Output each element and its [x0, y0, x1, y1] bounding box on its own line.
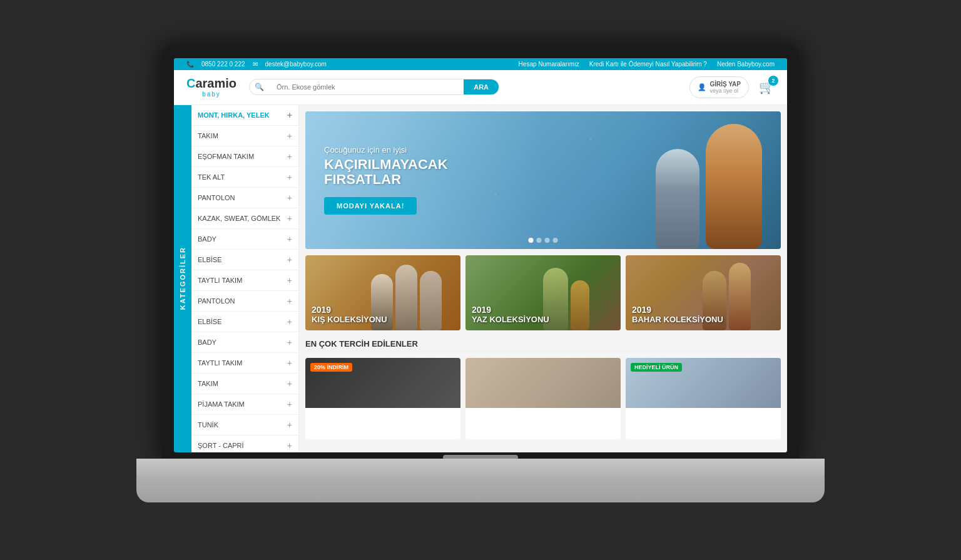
- sidebar-item-taytli1[interactable]: TAYTLI TAKIM +: [191, 270, 298, 291]
- sidebar-item-pijama[interactable]: PİJAMA TAKIM +: [191, 394, 298, 415]
- product-card-2[interactable]: [465, 358, 621, 439]
- laptop-frame: 📞 0850 222 0 222 ✉ destek@babyboy.com He…: [136, 46, 825, 515]
- collection-row: 2019 KIŞ KOLEKSİYONU: [305, 255, 781, 330]
- hero-kid-1: [656, 149, 699, 249]
- sidebar-item-sort-capri[interactable]: ŞORT - CAPRİ +: [191, 435, 298, 452]
- sidebar-items: MONT, HIRKA, YELEK + TAKIM + EŞOFMAN TAK…: [191, 105, 298, 452]
- top-bar-left: 📞 0850 222 0 222 ✉ destek@babyboy.com: [186, 61, 327, 68]
- product-card-1[interactable]: 20% İNDİRİM: [305, 358, 460, 439]
- login-text-group: GİRİŞ YAP veya üye ol: [710, 81, 741, 94]
- sidebar-item-plus-14: +: [287, 399, 292, 409]
- search-input[interactable]: [269, 79, 464, 94]
- sidebar-label-bar: KATEGORİLER: [174, 105, 191, 452]
- sidebar-item-takim[interactable]: TAKIM +: [191, 126, 298, 146]
- hero-dot-1[interactable]: [529, 238, 534, 243]
- sidebar-item-label-esofman: EŞOFMAN TAKIM: [198, 153, 254, 160]
- collection-label-yaz: 2019 YAZ KOLEKSİYONU: [472, 305, 549, 324]
- sidebar-item-tunik[interactable]: TUNİK +: [191, 415, 298, 435]
- collection-card-bahar[interactable]: 2019 BAHAR KOLEKSİYONU: [626, 255, 781, 330]
- sidebar-item-plus-9: +: [287, 296, 292, 306]
- sidebar-item-label-pantolon2: PANTOLON: [198, 297, 235, 305]
- sidebar-item-label-bady2: BADY: [198, 339, 216, 346]
- sidebar-item-mont[interactable]: MONT, HIRKA, YELEK +: [191, 105, 298, 126]
- hero-title-line1: KAÇIRILMAYACAK: [324, 157, 448, 172]
- cart-button[interactable]: 🛒 2: [759, 79, 775, 94]
- collection-year-bahar: 2019: [632, 305, 723, 315]
- sidebar-item-kazak[interactable]: KAZAK, SWEAT, GÖMLEK +: [191, 208, 298, 229]
- sidebar-item-plus-3: +: [287, 172, 292, 182]
- hero-dot-2[interactable]: [537, 238, 542, 243]
- hero-title-line2: FIRSATLAR: [324, 172, 448, 187]
- hero-cta-button[interactable]: MODAYI YAKALA!: [324, 197, 417, 215]
- collection-year-kis: 2019: [312, 305, 387, 315]
- sidebar-item-plus-15: +: [287, 420, 292, 430]
- sidebar-item-label-tunik: TUNİK: [198, 421, 218, 429]
- sidebar-item-plus-6: +: [287, 234, 292, 244]
- phone-number: 0850 222 0 222: [201, 61, 245, 68]
- sidebar-item-plus-10: +: [287, 317, 292, 327]
- hero-sub: Çocuğunuz için en iyisi: [324, 145, 448, 155]
- sidebar-item-plus-1: +: [287, 131, 292, 141]
- collection-year-yaz: 2019: [472, 305, 549, 315]
- sidebar-item-plus-2: +: [287, 151, 292, 161]
- product-badge-3: HEDİYELİ ÜRÜN: [631, 363, 682, 372]
- sidebar-item-label-kazak: KAZAK, SWEAT, GÖMLEK: [198, 215, 280, 222]
- sidebar-item-tekalt[interactable]: TEK ALT +: [191, 167, 298, 188]
- sidebar-item-label-taytli2: TAYTLI TAKIM: [198, 359, 242, 367]
- hero-dot-4[interactable]: [553, 238, 558, 243]
- screen-bezel: 📞 0850 222 0 222 ✉ destek@babyboy.com He…: [161, 46, 800, 459]
- topbar-link-3[interactable]: Neden Babyboy.com: [717, 61, 775, 68]
- cart-badge: 2: [768, 76, 778, 86]
- laptop-bottom: [136, 476, 825, 502]
- sidebar-item-bady1[interactable]: BADY +: [191, 229, 298, 250]
- search-icon: 🔍: [250, 83, 269, 91]
- website: 📞 0850 222 0 222 ✉ destek@babyboy.com He…: [174, 58, 787, 452]
- sidebar-item-plus-16: +: [287, 440, 292, 451]
- sidebar-item-elbise2[interactable]: ELBİSE +: [191, 312, 298, 332]
- hero-kid-2: [706, 124, 762, 249]
- sidebar-item-plus-13: +: [287, 379, 292, 389]
- sidebar-item-label-taytli1: TAYTLI TAKIM: [198, 277, 242, 284]
- login-label: GİRİŞ YAP: [710, 81, 741, 88]
- product-card-3[interactable]: HEDİYELİ ÜRÜN: [626, 358, 781, 439]
- sidebar-item-label-mont: MONT, HIRKA, YELEK: [198, 111, 270, 119]
- sidebar-item-label-sort-capri: ŞORT - CAPRİ: [198, 442, 244, 449]
- sidebar-item-esofman[interactable]: EŞOFMAN TAKIM +: [191, 146, 298, 167]
- hero-banner[interactable]: Çocuğunuz için en iyisi KAÇIRILMAYACAK F…: [305, 111, 781, 249]
- hero-kids-area: [656, 118, 762, 249]
- sidebar-item-bady2[interactable]: BADY +: [191, 332, 298, 353]
- login-sub: veya üye ol: [710, 88, 741, 94]
- login-button[interactable]: 👤 GİRİŞ YAP veya üye ol: [689, 76, 749, 98]
- collection-card-yaz[interactable]: 2019 YAZ KOLEKSİYONU: [465, 255, 621, 330]
- sidebar-item-plus-11: +: [287, 337, 292, 347]
- sidebar-item-elbise1[interactable]: ELBİSE +: [191, 250, 298, 270]
- top-bar-right: Hesap Numaralarımız Kredi Kartı ile Ödem…: [519, 61, 775, 68]
- sidebar-item-plus-8: +: [287, 275, 292, 285]
- section-title: EN ÇOK TERCİH EDİLENLER: [305, 339, 781, 352]
- screen: 📞 0850 222 0 222 ✉ destek@babyboy.com He…: [174, 58, 787, 452]
- sidebar-item-pantolon1[interactable]: PANTOLON +: [191, 188, 298, 208]
- content-area: Çocuğunuz için en iyisi KAÇIRILMAYACAK F…: [299, 105, 787, 452]
- topbar-link-1[interactable]: Hesap Numaralarımız: [519, 61, 579, 68]
- logo-text: aramio: [195, 76, 236, 90]
- main-content: KATEGORİLER MONT, HIRKA, YELEK + TAKIM +: [174, 105, 787, 452]
- sidebar-item-plus-4: +: [287, 193, 292, 203]
- hero-title: KAÇIRILMAYACAK FIRSATLAR: [324, 157, 448, 187]
- logo-c: C: [186, 76, 195, 90]
- sidebar-item-takim2[interactable]: TAKIM +: [191, 374, 298, 394]
- products-row: 20% İNDİRİM HEDİYELİ ÜRÜN: [305, 358, 781, 439]
- collection-name-bahar: BAHAR KOLEKSİYONU: [632, 315, 723, 324]
- logo[interactable]: Caramio baby: [186, 76, 236, 98]
- sidebar-item-label-tekalt: TEK ALT: [198, 173, 225, 181]
- hero-dots: [529, 238, 558, 243]
- sidebar-item-pantolon2[interactable]: PANTOLON +: [191, 291, 298, 312]
- topbar-link-2[interactable]: Kredi Kartı ile Ödemeyi Nasıl Yapabiliri…: [589, 61, 707, 68]
- hero-dot-3[interactable]: [545, 238, 550, 243]
- sidebar-item-taytli2[interactable]: TAYTLI TAKIM +: [191, 353, 298, 374]
- search-button[interactable]: ARA: [464, 79, 499, 94]
- user-icon: 👤: [698, 83, 706, 91]
- collection-card-kis[interactable]: 2019 KIŞ KOLEKSİYONU: [305, 255, 460, 330]
- products-section: EN ÇOK TERCİH EDİLENLER 20% İNDİRİM: [305, 339, 781, 439]
- sidebar-item-plus-7: +: [287, 255, 292, 265]
- product-img-2: [465, 358, 621, 408]
